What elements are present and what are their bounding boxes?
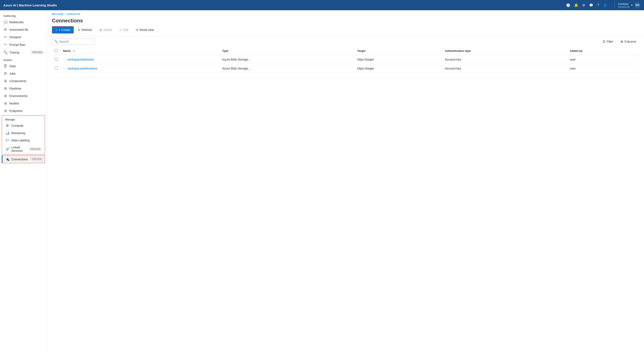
content-toolbar: 🔍 ☰ Filter ⊞ Columns [47, 36, 644, 47]
prompt-flow-icon: 〜 [4, 43, 7, 47]
manage-section-label: Manage [2, 116, 45, 122]
row-checkbox-0[interactable] [55, 58, 58, 61]
clock-icon[interactable]: 🕐 [566, 3, 570, 7]
sidebar-label-data: Data [9, 64, 43, 68]
manage-section-box: Manage 🖥 Compute 📊 Monitoring 🏷 Data Lab… [2, 115, 45, 154]
row-target-cell: https://target [355, 64, 442, 73]
topbar-icons: 🕐 🔔 ⚙ 💬 ? 👤 Contoso contoso-ml ▾ OO [566, 2, 640, 8]
filter-button[interactable]: ☰ Filter [600, 38, 616, 45]
breadcrumb-contoso-ml[interactable]: contoso-ml [67, 12, 80, 16]
linked-services-preview-badge: PREVIEW [30, 147, 41, 151]
col-auth-type: Authentication type [442, 47, 567, 55]
search-box[interactable]: 🔍 [52, 39, 94, 45]
tracing-preview-badge: PREVIEW [31, 51, 43, 54]
main-content: Microsoft › contoso-ml Connections + + C… [47, 10, 644, 354]
topbar: Azure AI | Machine Learning Studio 🕐 🔔 ⚙… [0, 0, 644, 10]
sidebar-item-prompt-flow[interactable]: 〜 Prompt flow [0, 41, 47, 49]
connections-preview-badge: PREVIEW [31, 157, 43, 161]
col-type: Type [220, 47, 354, 55]
sidebar-label-linked-services: Linked Services [11, 146, 26, 152]
select-all-checkbox[interactable] [54, 49, 58, 52]
sidebar-item-compute[interactable]: 🖥 Compute [2, 122, 45, 129]
reset-view-button[interactable]: ↺ Reset view [132, 27, 157, 33]
compute-icon: 🖥 [5, 124, 9, 127]
tracing-icon: 🔍 [4, 50, 7, 54]
bell-icon[interactable]: 🔔 [574, 3, 578, 7]
star-icon[interactable]: ☆ [63, 67, 66, 70]
sidebar-item-connections[interactable]: 🔌 Connections PREVIEW [2, 155, 45, 163]
row-type-cell: Azure Blob Storage... [220, 55, 354, 64]
sidebar: Authoring ⬜ Notebooks ⚙ Automated ML ✏ D… [0, 10, 47, 354]
environments-icon: ⊞ [4, 94, 7, 98]
table-container: Name ☆ Type Target Authentication type A… [47, 47, 644, 354]
page-title: Connections [47, 17, 644, 26]
settings-icon[interactable]: ⚙ [582, 3, 585, 7]
columns-button[interactable]: ⊞ Columns [618, 38, 639, 45]
sidebar-item-environments[interactable]: ⊞ Environments [0, 92, 47, 100]
sidebar-item-data-labeling[interactable]: 🏷 Data Labeling [2, 137, 45, 144]
sidebar-item-linked-services[interactable]: 🔗 Linked Services PREVIEW [2, 144, 45, 154]
delete-button[interactable]: 🗑 Delete [96, 27, 115, 33]
user-menu[interactable]: Contoso contoso-ml ▾ OO [614, 2, 640, 8]
sort-name-icon[interactable]: ☆ [72, 49, 75, 53]
sidebar-label-environments: Environments [9, 94, 43, 98]
sidebar-label-designer: Designer [9, 35, 43, 39]
connections-icon: 🔌 [5, 157, 9, 161]
sidebar-item-components[interactable]: ⊞ Components [0, 77, 47, 85]
notebooks-icon: ⬜ [4, 20, 7, 24]
feedback-icon[interactable]: 💬 [589, 3, 593, 7]
create-button[interactable]: + + Create [52, 26, 74, 34]
search-input[interactable] [59, 40, 92, 43]
star-icon[interactable]: ☆ [63, 58, 66, 61]
sidebar-item-jobs[interactable]: ⚙ Jobs [0, 70, 47, 77]
user-name: Contoso [618, 2, 630, 6]
avatar[interactable]: OO [634, 2, 640, 8]
assets-section-label: Assets [0, 56, 47, 63]
filter-icon: ☰ [603, 40, 606, 43]
authoring-section-label: Authoring [0, 12, 47, 18]
sidebar-label-pipelines: Pipelines [9, 87, 43, 90]
sidebar-label-connections: Connections [11, 157, 28, 161]
chevron-down-icon[interactable]: ▾ [631, 4, 632, 7]
col-name: Name ☆ [60, 47, 220, 55]
sidebar-item-models[interactable]: ⊞ Models [0, 100, 47, 107]
sidebar-item-pipelines[interactable]: ⊞ Pipelines [0, 85, 47, 92]
sidebar-label-jobs: Jobs [9, 72, 43, 75]
plus-icon: + [55, 28, 57, 32]
sidebar-item-automated-ml[interactable]: ⚙ Automated ML [0, 26, 47, 33]
breadcrumb-microsoft[interactable]: Microsoft [52, 12, 63, 16]
row-name-cell: ☆ workspaceblobstore [60, 55, 220, 64]
sidebar-label-tracing: Tracing [9, 51, 28, 54]
row-added-by-cell: user [567, 64, 639, 73]
automated-ml-icon: ⚙ [4, 28, 7, 32]
row-checkbox-cell [52, 64, 60, 73]
endpoints-icon: ⊞ [4, 109, 7, 113]
refresh-button[interactable]: ↻ Refresh [74, 27, 95, 33]
connection-name[interactable]: workspaceartifactstore [68, 67, 97, 70]
sidebar-item-designer[interactable]: ✏ Designer [0, 33, 47, 41]
delete-icon: 🗑 [99, 28, 102, 32]
sidebar-label-notebooks: Notebooks [9, 21, 43, 24]
help-icon[interactable]: ? [597, 3, 599, 7]
row-auth-type-cell: Account key [442, 64, 567, 73]
sidebar-item-endpoints[interactable]: ⊞ Endpoints [0, 107, 47, 114]
designer-icon: ✏ [4, 35, 7, 39]
sidebar-item-monitoring[interactable]: 📊 Monitoring [2, 129, 45, 137]
table-row: ☆ workspaceartifactstore Azure Blob Stor… [52, 64, 639, 73]
sidebar-label-prompt-flow: Prompt flow [9, 43, 43, 47]
sidebar-item-data[interactable]: 🗄 Data [0, 63, 47, 70]
sidebar-item-notebooks[interactable]: ⬜ Notebooks [0, 18, 47, 26]
edit-button[interactable]: ✏ Edit [116, 27, 132, 33]
connection-name[interactable]: workspaceblobstore [68, 58, 94, 61]
data-icon: 🗄 [4, 64, 7, 68]
col-added-by: Added by [567, 47, 639, 55]
reset-icon: ↺ [136, 28, 138, 32]
models-icon: ⊞ [4, 101, 7, 105]
user-icon[interactable]: 👤 [603, 3, 607, 7]
jobs-icon: ⚙ [4, 71, 7, 76]
sidebar-item-tracing[interactable]: 🔍 Tracing PREVIEW [0, 49, 47, 56]
connections-section-box: 🔌 Connections PREVIEW [2, 155, 45, 163]
col-checkbox [52, 47, 60, 55]
monitoring-icon: 📊 [5, 131, 9, 135]
row-checkbox-1[interactable] [55, 67, 58, 70]
